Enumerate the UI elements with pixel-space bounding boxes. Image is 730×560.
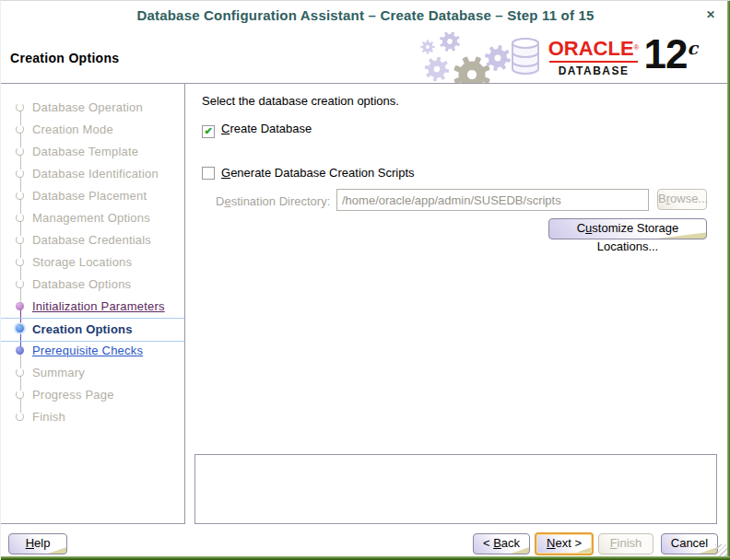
step-progress-page: Progress Page [1,384,184,406]
step-creation-options-current: Creation Options [1,318,184,342]
step-database-credentials: Database Credentials [1,229,184,251]
step-node-icon [16,147,24,156]
generate-scripts-row: Generate Database Creation Scripts [202,166,415,180]
step-node-icon [16,391,24,399]
step-summary: Summary [1,362,184,384]
step-node-icon [16,258,24,266]
back-button[interactable]: < Back [473,533,530,554]
logo-version: 12 [643,36,687,73]
step-node-icon [16,236,24,244]
step-database-options: Database Options [1,274,184,296]
dbca-wizard-window: Database Configuration Assistant – Creat… [0,0,730,560]
gears-database-graphic [409,32,548,83]
step-initialization-parameters[interactable]: Initialization Parameters [1,296,184,318]
destination-directory-label: Destination Directory: [216,194,330,208]
step-storage-locations: Storage Locations [1,251,184,274]
wizard-steps-sidebar: Database Operation Creation Mode Databas… [1,84,185,524]
create-database-checkbox[interactable]: ✔ [202,125,215,138]
oracle-wordmark: ORACLE [548,37,634,60]
close-icon[interactable]: ✕ [706,7,715,22]
step-node-icon [16,346,24,355]
step-node-icon [16,413,24,421]
create-database-label: Create Database [221,122,312,135]
step-management-options: Management Options [1,207,184,229]
logo-version-suffix: c [687,38,698,58]
resize-grip-icon[interactable] [715,544,727,556]
step-node-icon [16,169,24,178]
logo-divider [549,61,638,63]
step-database-template: Database Template [1,141,184,163]
registered-mark: ® [634,43,640,52]
instruction-text: Select the database creation options. [202,94,399,108]
generate-scripts-label: Generate Database Creation Scripts [221,166,415,180]
step-prerequisite-checks[interactable]: Prerequisite Checks [1,340,184,362]
page-title: Creation Options [10,51,119,65]
step-creation-mode: Creation Mode [1,119,184,141]
checkmark-icon: ✔ [204,125,212,136]
cancel-button[interactable]: Cancel [661,533,718,554]
logo-product-label: DATABASE [559,64,630,77]
message-box [194,454,717,524]
step-database-placement: Database Placement [1,185,184,207]
step-node-icon [16,302,24,310]
step-node-icon [16,103,24,111]
title-bar: Database Configuration Assistant – Creat… [1,1,730,30]
step-node-icon [16,324,24,332]
header: Creation Options [1,30,727,84]
step-database-operation: Database Operation [1,97,184,119]
window-border-bottom [1,556,730,560]
browse-button: Browse... [657,189,707,210]
step-node-icon [16,280,24,288]
oracle-database-12c-logo: ORACLE® DATABASE 12 c [548,36,698,77]
finish-button: Finish [598,533,653,554]
destination-directory-input [336,189,649,211]
generate-scripts-checkbox[interactable] [202,167,215,180]
step-finish: Finish [1,406,184,428]
step-node-icon [16,368,24,377]
help-button[interactable]: Help [8,533,67,554]
step-node-icon [16,214,24,222]
step-node-icon [16,125,24,134]
step-node-icon [16,192,24,200]
next-button[interactable]: Next > [535,532,594,555]
customize-storage-locations-button[interactable]: Customize Storage Locations... [548,218,707,239]
window-title: Database Configuration Assistant – Creat… [1,1,730,30]
step-database-identification: Database Identification [1,163,184,185]
create-database-row: ✔Create Database [202,122,312,138]
